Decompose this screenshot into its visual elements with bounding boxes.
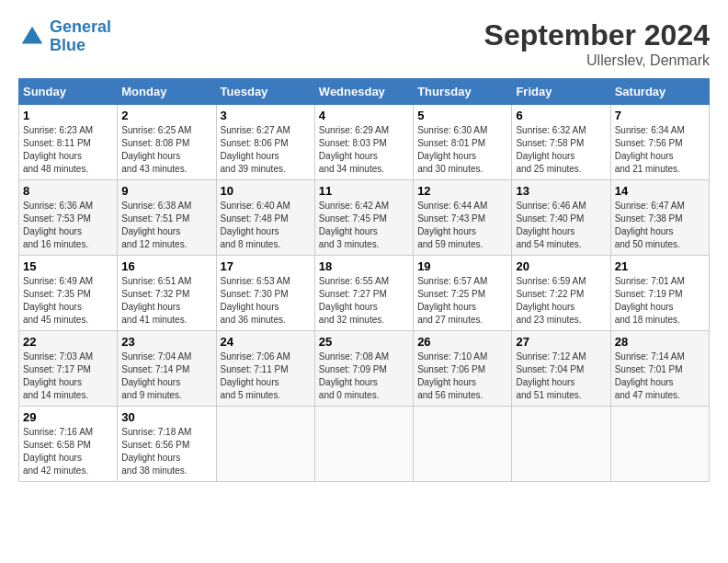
calendar-day-cell: 22 Sunrise: 7:03 AMSunset: 7:17 PMDaylig… (19, 331, 118, 407)
calendar-day-cell: 1 Sunrise: 6:23 AMSunset: 8:11 PMDayligh… (19, 105, 118, 180)
day-info: Sunrise: 6:46 AMSunset: 7:40 PMDaylight … (516, 200, 606, 251)
logo-icon (18, 23, 46, 51)
day-info: Sunrise: 6:32 AMSunset: 7:58 PMDaylight … (516, 124, 606, 176)
calendar-day-cell: 5 Sunrise: 6:30 AMSunset: 8:01 PMDayligh… (414, 105, 512, 180)
day-number: 2 (121, 109, 211, 122)
calendar-day-cell: 28 Sunrise: 7:14 AMSunset: 7:01 PMDaylig… (610, 331, 709, 407)
calendar-day-cell: 2 Sunrise: 6:25 AMSunset: 8:08 PMDayligh… (118, 105, 216, 180)
day-number: 9 (121, 184, 211, 198)
calendar-day-cell: 3 Sunrise: 6:27 AMSunset: 8:06 PMDayligh… (216, 105, 314, 180)
day-info: Sunrise: 7:04 AMSunset: 7:14 PMDaylight … (121, 350, 211, 402)
day-number: 21 (615, 259, 705, 273)
day-info: Sunrise: 6:36 AMSunset: 7:53 PMDaylight … (23, 200, 113, 251)
day-number: 1 (23, 109, 113, 122)
day-info: Sunrise: 6:55 AMSunset: 7:27 PMDaylight … (319, 275, 409, 327)
calendar-day-cell: 17 Sunrise: 6:53 AMSunset: 7:30 PMDaylig… (216, 256, 314, 331)
weekday-header-saturday: Saturday (610, 79, 709, 105)
day-number: 12 (417, 184, 507, 198)
day-number: 29 (23, 410, 113, 424)
day-number: 11 (319, 184, 409, 198)
calendar-week-row: 22 Sunrise: 7:03 AMSunset: 7:17 PMDaylig… (19, 331, 710, 407)
calendar-day-cell: 26 Sunrise: 7:10 AMSunset: 7:06 PMDaylig… (414, 331, 512, 407)
calendar-day-cell: 14 Sunrise: 6:47 AMSunset: 7:38 PMDaylig… (610, 180, 709, 256)
day-info: Sunrise: 6:42 AMSunset: 7:45 PMDaylight … (319, 200, 409, 251)
calendar-day-cell (216, 407, 314, 482)
calendar-day-cell: 12 Sunrise: 6:44 AMSunset: 7:43 PMDaylig… (414, 180, 512, 256)
calendar-day-cell: 25 Sunrise: 7:08 AMSunset: 7:09 PMDaylig… (314, 331, 413, 407)
day-number: 3 (221, 109, 311, 122)
calendar-day-cell: 7 Sunrise: 6:34 AMSunset: 7:56 PMDayligh… (610, 105, 709, 180)
weekday-header-friday: Friday (512, 79, 610, 105)
day-number: 8 (23, 184, 113, 198)
calendar-day-cell: 19 Sunrise: 6:57 AMSunset: 7:25 PMDaylig… (414, 256, 512, 331)
calendar-day-cell: 21 Sunrise: 7:01 AMSunset: 7:19 PMDaylig… (610, 256, 709, 331)
calendar-day-cell: 10 Sunrise: 6:40 AMSunset: 7:48 PMDaylig… (216, 180, 314, 256)
weekday-header-monday: Monday (118, 79, 216, 105)
calendar-day-cell: 18 Sunrise: 6:55 AMSunset: 7:27 PMDaylig… (314, 256, 413, 331)
location: Ullerslev, Denmark (484, 52, 710, 69)
page-header: General Blue September 2024 Ullerslev, D… (18, 18, 710, 69)
day-info: Sunrise: 7:14 AMSunset: 7:01 PMDaylight … (615, 350, 705, 402)
calendar-day-cell (314, 407, 413, 482)
day-info: Sunrise: 7:18 AMSunset: 6:56 PMDaylight … (121, 426, 211, 477)
calendar-day-cell: 27 Sunrise: 7:12 AMSunset: 7:04 PMDaylig… (512, 331, 610, 407)
calendar-day-cell: 15 Sunrise: 6:49 AMSunset: 7:35 PMDaylig… (19, 256, 118, 331)
calendar-day-cell: 20 Sunrise: 6:59 AMSunset: 7:22 PMDaylig… (512, 256, 610, 331)
calendar-week-row: 1 Sunrise: 6:23 AMSunset: 8:11 PMDayligh… (19, 105, 710, 180)
calendar-day-cell: 29 Sunrise: 7:16 AMSunset: 6:58 PMDaylig… (19, 407, 118, 482)
calendar-week-row: 15 Sunrise: 6:49 AMSunset: 7:35 PMDaylig… (19, 256, 710, 331)
day-info: Sunrise: 7:06 AMSunset: 7:11 PMDaylight … (221, 350, 311, 402)
day-number: 13 (516, 184, 606, 198)
day-info: Sunrise: 6:38 AMSunset: 7:51 PMDaylight … (121, 200, 211, 251)
day-number: 28 (615, 335, 705, 349)
day-info: Sunrise: 7:10 AMSunset: 7:06 PMDaylight … (417, 350, 507, 402)
day-number: 10 (221, 184, 311, 198)
day-number: 27 (516, 335, 606, 349)
svg-marker-0 (22, 27, 43, 44)
logo: General Blue (18, 18, 111, 55)
calendar-week-row: 29 Sunrise: 7:16 AMSunset: 6:58 PMDaylig… (19, 407, 710, 482)
day-info: Sunrise: 7:03 AMSunset: 7:17 PMDaylight … (23, 350, 113, 402)
calendar-day-cell: 9 Sunrise: 6:38 AMSunset: 7:51 PMDayligh… (118, 180, 216, 256)
day-number: 19 (417, 259, 507, 273)
day-number: 5 (417, 109, 507, 122)
calendar-week-row: 8 Sunrise: 6:36 AMSunset: 7:53 PMDayligh… (19, 180, 710, 256)
day-info: Sunrise: 6:30 AMSunset: 8:01 PMDaylight … (417, 124, 507, 176)
day-number: 24 (221, 335, 311, 349)
day-info: Sunrise: 6:29 AMSunset: 8:03 PMDaylight … (319, 124, 409, 176)
calendar-day-cell: 24 Sunrise: 7:06 AMSunset: 7:11 PMDaylig… (216, 331, 314, 407)
day-number: 22 (23, 335, 113, 349)
calendar-day-cell: 23 Sunrise: 7:04 AMSunset: 7:14 PMDaylig… (118, 331, 216, 407)
day-number: 4 (319, 109, 409, 122)
day-number: 26 (417, 335, 507, 349)
day-info: Sunrise: 6:53 AMSunset: 7:30 PMDaylight … (221, 275, 311, 327)
calendar-day-cell: 11 Sunrise: 6:42 AMSunset: 7:45 PMDaylig… (314, 180, 413, 256)
weekday-header-tuesday: Tuesday (216, 79, 314, 105)
title-block: September 2024 Ullerslev, Denmark (484, 18, 710, 69)
day-info: Sunrise: 6:49 AMSunset: 7:35 PMDaylight … (23, 275, 113, 327)
calendar-day-cell: 4 Sunrise: 6:29 AMSunset: 8:03 PMDayligh… (314, 105, 413, 180)
calendar-table: SundayMondayTuesdayWednesdayThursdayFrid… (18, 78, 710, 482)
day-number: 14 (615, 184, 705, 198)
day-info: Sunrise: 6:25 AMSunset: 8:08 PMDaylight … (121, 124, 211, 176)
day-info: Sunrise: 6:40 AMSunset: 7:48 PMDaylight … (221, 200, 311, 251)
calendar-day-cell (512, 407, 610, 482)
weekday-header-wednesday: Wednesday (314, 79, 413, 105)
day-number: 23 (121, 335, 211, 349)
day-info: Sunrise: 6:59 AMSunset: 7:22 PMDaylight … (516, 275, 606, 327)
month-year: September 2024 (484, 18, 710, 52)
day-number: 6 (516, 109, 606, 122)
day-info: Sunrise: 7:01 AMSunset: 7:19 PMDaylight … (615, 275, 705, 327)
weekday-header-row: SundayMondayTuesdayWednesdayThursdayFrid… (19, 79, 710, 105)
calendar-day-cell: 13 Sunrise: 6:46 AMSunset: 7:40 PMDaylig… (512, 180, 610, 256)
logo-text: General Blue (50, 18, 111, 55)
day-number: 18 (319, 259, 409, 273)
day-info: Sunrise: 6:44 AMSunset: 7:43 PMDaylight … (417, 200, 507, 251)
calendar-day-cell: 8 Sunrise: 6:36 AMSunset: 7:53 PMDayligh… (19, 180, 118, 256)
day-info: Sunrise: 7:12 AMSunset: 7:04 PMDaylight … (516, 350, 606, 402)
day-info: Sunrise: 6:34 AMSunset: 7:56 PMDaylight … (615, 124, 705, 176)
day-info: Sunrise: 6:47 AMSunset: 7:38 PMDaylight … (615, 200, 705, 251)
day-number: 16 (121, 259, 211, 273)
day-info: Sunrise: 6:27 AMSunset: 8:06 PMDaylight … (221, 124, 311, 176)
calendar-day-cell (610, 407, 709, 482)
